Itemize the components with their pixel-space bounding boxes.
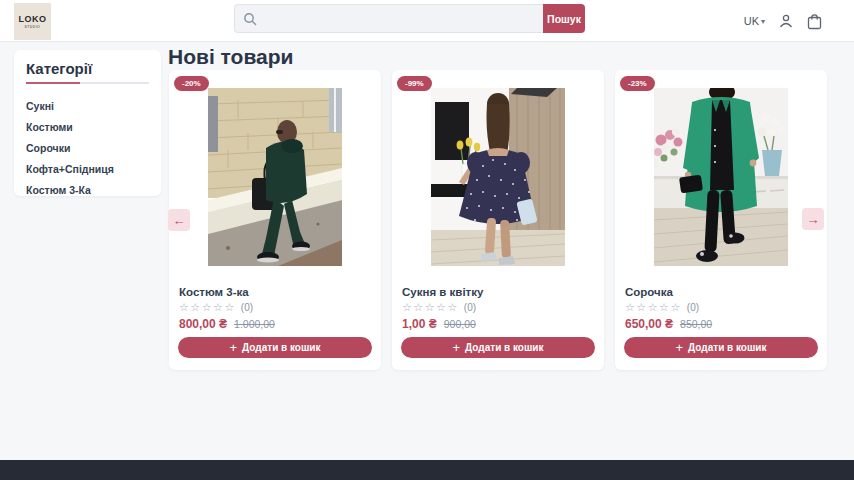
add-to-cart-button[interactable]: + Додати в кошик (401, 337, 595, 358)
product-image[interactable] (431, 88, 565, 266)
price-old: 900,00 (444, 318, 476, 330)
product-card: -20% (169, 70, 381, 370)
language-selector[interactable]: UK ▾ (744, 15, 765, 27)
product-image[interactable] (208, 88, 342, 266)
chevron-down-icon: ▾ (761, 17, 765, 26)
sidebar-item-suit-3[interactable]: Костюм 3-Ка (26, 180, 149, 201)
categories-panel: Категорії Сукні Костюми Сорочки Кофта+Сп… (14, 50, 161, 196)
price-old: 850,00 (680, 318, 712, 330)
sidebar-item-suits[interactable]: Костюми (26, 116, 149, 137)
add-to-cart-label: Додати в кошик (242, 342, 320, 353)
star-rating-icons: ☆☆☆☆☆ (179, 301, 236, 314)
search-box[interactable] (234, 4, 543, 33)
search-input[interactable] (263, 13, 543, 25)
product-title[interactable]: Сукня в квітку (402, 286, 594, 298)
header: LOKO STUDIO Пошук UK ▾ (0, 0, 854, 42)
product-card: -99% (392, 70, 604, 370)
language-label: UK (744, 15, 759, 27)
logo-subtext: STUDIO (25, 25, 41, 28)
search-icon (243, 12, 257, 26)
page-title: Нові товари (168, 45, 293, 69)
slider-next-arrow-icon[interactable]: → (802, 208, 824, 230)
discount-badge: -23% (620, 76, 655, 91)
categories-title: Категорії (26, 60, 149, 77)
logo[interactable]: LOKO STUDIO (14, 3, 51, 40)
product-rating: ☆☆☆☆☆ (0) (402, 301, 476, 314)
footer (0, 460, 854, 480)
product-rating: ☆☆☆☆☆ (0) (179, 301, 253, 314)
price-current: 800,00 ₴ (179, 317, 227, 331)
price-current: 650,00 ₴ (625, 317, 673, 331)
star-rating-icons: ☆☆☆☆☆ (625, 301, 682, 314)
categories-divider (26, 82, 149, 84)
rating-count: (0) (464, 302, 476, 313)
sidebar-item-sweater-skirt[interactable]: Кофта+Спідниця (26, 159, 149, 180)
discount-badge: -20% (174, 76, 209, 91)
product-title[interactable]: Сорочка (625, 286, 817, 298)
add-to-cart-button[interactable]: + Додати в кошик (178, 337, 372, 358)
rating-count: (0) (241, 302, 253, 313)
cart-bag-icon[interactable] (807, 13, 822, 30)
category-list: Сукні Костюми Сорочки Кофта+Спідниця Кос… (26, 95, 149, 201)
product-price-row: 1,00 ₴ 900,00 (402, 317, 476, 331)
product-price-row: 800,00 ₴ 1.000,00 (179, 317, 275, 331)
add-to-cart-label: Додати в кошик (688, 342, 766, 353)
product-title[interactable]: Костюм 3-ка (179, 286, 371, 298)
star-rating-icons: ☆☆☆☆☆ (402, 301, 459, 314)
user-icon[interactable] (778, 13, 794, 29)
product-card: -23% (615, 70, 827, 370)
plus-icon: + (453, 341, 461, 354)
add-to-cart-label: Додати в кошик (465, 342, 543, 353)
plus-icon: + (676, 341, 684, 354)
search-button[interactable]: Пошук (543, 4, 585, 33)
sidebar-item-shirts[interactable]: Сорочки (26, 137, 149, 158)
header-controls: UK ▾ (744, 0, 822, 42)
product-price-row: 650,00 ₴ 850,00 (625, 317, 712, 331)
plus-icon: + (230, 341, 238, 354)
logo-text: LOKO (19, 14, 47, 24)
sidebar-item-dresses[interactable]: Сукні (26, 95, 149, 116)
rating-count: (0) (687, 302, 699, 313)
discount-badge: -99% (397, 76, 432, 91)
add-to-cart-button[interactable]: + Додати в кошик (624, 337, 818, 358)
search-bar: Пошук (234, 4, 585, 33)
slider-prev-arrow-icon[interactable]: ← (168, 209, 190, 231)
price-current: 1,00 ₴ (402, 317, 437, 331)
product-image[interactable] (654, 88, 788, 266)
price-old: 1.000,00 (234, 318, 275, 330)
product-rating: ☆☆☆☆☆ (0) (625, 301, 699, 314)
